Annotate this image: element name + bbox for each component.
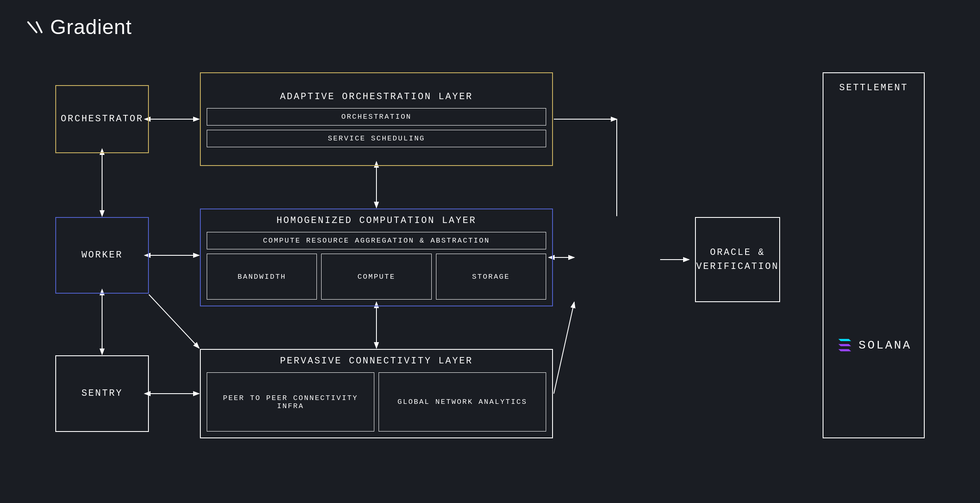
svg-line-0 xyxy=(28,22,37,32)
computation-layer-title: HOMOGENIZED COMPUTATION LAYER xyxy=(207,215,546,226)
connectivity-layer-box: PERVASIVE CONNECTIVITY LAYER PEER TO PEE… xyxy=(200,349,553,438)
storage-label: STORAGE xyxy=(472,273,510,281)
orchestration-sub2: SERVICE SCHEDULING xyxy=(207,130,546,147)
solana-text: SOLANA xyxy=(859,339,912,352)
oracle-label: ORACLE &VERIFICATION xyxy=(696,246,779,274)
orchestration-sub2-label: SERVICE SCHEDULING xyxy=(328,134,425,143)
compute-box: COMPUTE xyxy=(321,254,431,300)
svg-line-11 xyxy=(149,294,199,348)
settlement-label: SETTLEMENT xyxy=(823,82,924,95)
settlement-box: SETTLEMENT SOLANA xyxy=(823,72,925,438)
compute-label: COMPUTE xyxy=(358,273,396,281)
svg-line-1 xyxy=(37,22,42,32)
p2p-label: PEER TO PEER CONNECTIVITY INFRA xyxy=(211,394,370,410)
sentry-box: SENTRY xyxy=(55,355,149,432)
storage-box: STORAGE xyxy=(436,254,546,300)
diagram: ORCHESTRATOR WORKER SENTRY ADAPTIVE ORCH… xyxy=(55,60,925,465)
bandwidth-box: BANDWIDTH xyxy=(207,254,317,300)
orchestrator-box: ORCHESTRATOR xyxy=(55,85,149,153)
orchestration-sub1-label: ORCHESTRATION xyxy=(341,113,411,121)
computation-sub1: COMPUTE RESOURCE AGGREGATION & ABSTRACTI… xyxy=(207,232,546,249)
computation-sub1-label: COMPUTE RESOURCE AGGREGATION & ABSTRACTI… xyxy=(263,237,490,245)
network-analytics-box: GLOBAL NETWORK ANALYTICS xyxy=(379,372,546,432)
network-analytics-label: GLOBAL NETWORK ANALYTICS xyxy=(398,398,527,406)
connectivity-sub-row: PEER TO PEER CONNECTIVITY INFRA GLOBAL N… xyxy=(207,372,546,432)
computation-sub-row: BANDWIDTH COMPUTE STORAGE xyxy=(207,254,546,300)
sentry-label: SENTRY xyxy=(81,387,122,400)
orchestration-layer-box: ADAPTIVE ORCHESTRATION LAYER ORCHESTRATI… xyxy=(200,72,553,166)
computation-layer-box: HOMOGENIZED COMPUTATION LAYER COMPUTE RE… xyxy=(200,209,553,306)
worker-label: WORKER xyxy=(81,249,122,262)
solana-icon xyxy=(836,338,853,352)
solana-logo-area: SOLANA xyxy=(823,338,924,352)
svg-line-13 xyxy=(554,302,574,394)
logo-icon xyxy=(26,18,44,37)
orchestration-sub1: ORCHESTRATION xyxy=(207,108,546,126)
logo-text: Gradient xyxy=(50,15,132,39)
connectivity-layer-title: PERVASIVE CONNECTIVITY LAYER xyxy=(207,356,546,366)
orchestrator-label: ORCHESTRATOR xyxy=(61,113,143,126)
logo: Gradient xyxy=(26,15,132,39)
worker-box: WORKER xyxy=(55,217,149,294)
orchestration-layer-title: ADAPTIVE ORCHESTRATION LAYER xyxy=(207,91,546,102)
bandwidth-label: BANDWIDTH xyxy=(238,273,286,281)
p2p-box: PEER TO PEER CONNECTIVITY INFRA xyxy=(207,372,374,432)
oracle-box: ORACLE &VERIFICATION xyxy=(695,217,780,302)
